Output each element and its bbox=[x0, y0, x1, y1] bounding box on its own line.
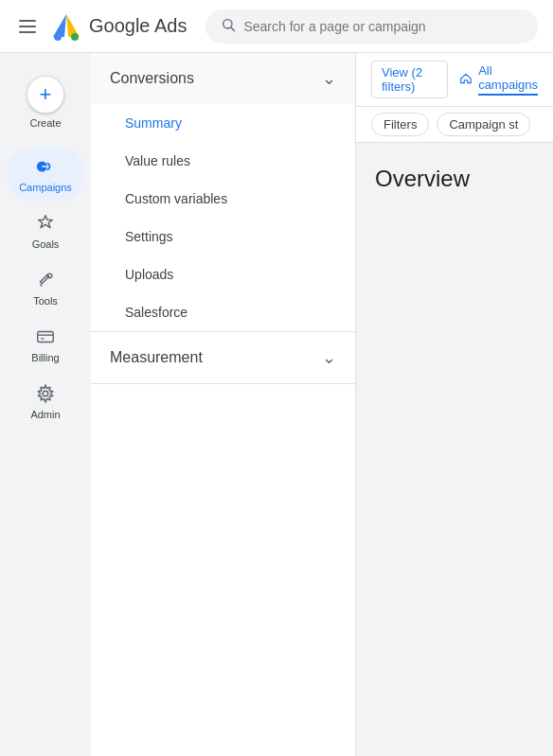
value-rules-label: Value rules bbox=[125, 153, 190, 168]
tools-icon bbox=[34, 269, 57, 291]
settings-label: Settings bbox=[125, 229, 173, 244]
sidebar-billing-label: Billing bbox=[31, 352, 59, 363]
conversions-chevron-up-icon: ⌄ bbox=[322, 68, 336, 89]
svg-line-4 bbox=[231, 27, 235, 31]
nav-item-custom-variables[interactable]: Custom variables bbox=[91, 180, 355, 218]
create-label: Create bbox=[29, 117, 61, 129]
billing-icon bbox=[34, 325, 57, 348]
search-bar[interactable] bbox=[205, 9, 538, 44]
all-campaigns-label: All campaigns bbox=[478, 63, 538, 96]
svg-point-11 bbox=[43, 391, 48, 396]
uploads-label: Uploads bbox=[125, 267, 173, 282]
app-name-label: Google Ads bbox=[89, 15, 187, 37]
content-top-bar: View (2 filters) All campaigns bbox=[356, 53, 553, 107]
view-filters-button[interactable]: View (2 filters) bbox=[371, 61, 448, 98]
home-icon bbox=[459, 72, 473, 88]
sidebar-item-campaigns[interactable]: Campaigns bbox=[8, 148, 83, 201]
measurement-chevron-down-icon: ⌄ bbox=[322, 347, 336, 368]
filters-button[interactable]: Filters bbox=[371, 113, 429, 136]
admin-icon bbox=[34, 382, 57, 405]
measurement-title: Measurement bbox=[110, 349, 203, 366]
nav-item-salesforce[interactable]: Salesforce bbox=[91, 293, 355, 331]
overview-section: Overview bbox=[356, 143, 553, 756]
view-filters-label: View (2 filters) bbox=[382, 65, 437, 94]
search-icon bbox=[221, 17, 236, 36]
svg-point-2 bbox=[54, 33, 62, 41]
salesforce-label: Salesforce bbox=[125, 305, 187, 320]
summary-item-wrapper: Summary Summary bbox=[91, 104, 355, 142]
sidebar-admin-label: Admin bbox=[30, 409, 60, 420]
app-header: Google Ads bbox=[0, 0, 553, 53]
sidebar-goals-label: Goals bbox=[32, 238, 60, 250]
google-ads-logo-icon bbox=[51, 11, 81, 42]
custom-variables-label: Custom variables bbox=[125, 191, 227, 206]
sidebar-campaigns-label: Campaigns bbox=[19, 182, 72, 193]
main-layout: + Create Campaigns Goals bbox=[0, 53, 553, 756]
create-button[interactable]: + Create bbox=[8, 68, 83, 136]
logo-area: Google Ads bbox=[51, 11, 187, 42]
content-area: View (2 filters) All campaigns Filters C… bbox=[356, 53, 553, 756]
conversions-section: Conversions ⌄ Summary Summary Value rule… bbox=[91, 53, 355, 332]
campaigns-icon bbox=[34, 155, 57, 178]
filters-label: Filters bbox=[384, 117, 417, 132]
goals-icon bbox=[34, 212, 57, 235]
content-filters-bar: Filters Campaign st bbox=[356, 107, 553, 143]
sidebar: + Create Campaigns Goals bbox=[0, 53, 91, 756]
sidebar-item-goals[interactable]: Goals bbox=[8, 204, 83, 257]
measurement-section-header[interactable]: Measurement ⌄ bbox=[91, 332, 355, 383]
all-campaigns-area[interactable]: All campaigns bbox=[459, 63, 538, 96]
sidebar-item-admin[interactable]: Admin bbox=[8, 375, 83, 428]
svg-point-1 bbox=[71, 33, 79, 41]
summary-label: Summary bbox=[125, 115, 182, 131]
campaign-status-label: Campaign st bbox=[449, 117, 518, 132]
nav-item-summary[interactable]: Summary bbox=[91, 104, 355, 142]
measurement-section: Measurement ⌄ bbox=[91, 332, 355, 384]
conversions-title: Conversions bbox=[110, 70, 194, 87]
overview-title: Overview bbox=[375, 166, 534, 192]
create-circle-icon: + bbox=[27, 76, 64, 114]
nav-item-uploads[interactable]: Uploads bbox=[91, 255, 355, 293]
search-input[interactable] bbox=[243, 19, 523, 34]
sidebar-item-billing[interactable]: Billing bbox=[8, 318, 83, 371]
hamburger-menu-button[interactable] bbox=[15, 16, 40, 37]
nav-panel: Conversions ⌄ Summary Summary Value rule… bbox=[91, 53, 356, 756]
campaign-status-chip[interactable]: Campaign st bbox=[437, 113, 530, 136]
sidebar-tools-label: Tools bbox=[33, 295, 58, 307]
svg-rect-8 bbox=[38, 332, 54, 343]
nav-item-value-rules[interactable]: Value rules bbox=[91, 142, 355, 180]
nav-item-settings[interactable]: Settings bbox=[91, 218, 355, 255]
conversions-section-header[interactable]: Conversions ⌄ bbox=[91, 53, 355, 104]
sidebar-item-tools[interactable]: Tools bbox=[8, 261, 83, 314]
plus-icon: + bbox=[40, 84, 52, 105]
